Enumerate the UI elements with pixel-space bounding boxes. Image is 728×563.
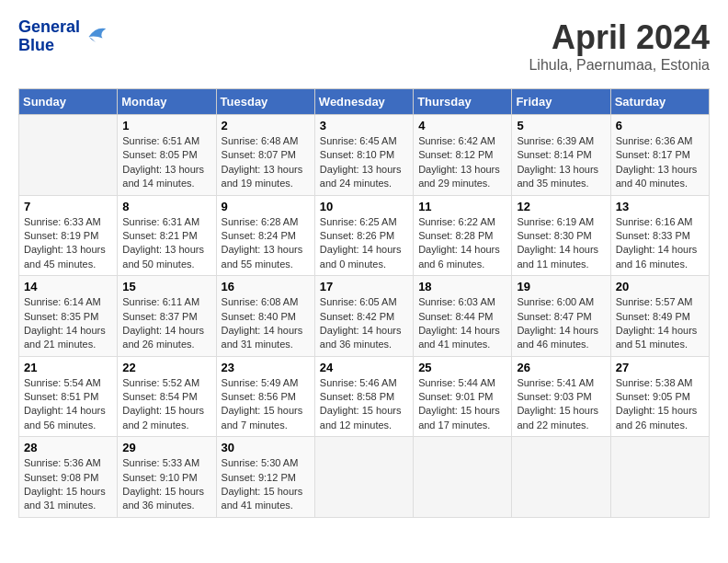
day-info: Sunrise: 6:33 AMSunset: 8:19 PMDaylight:… — [24, 215, 112, 272]
day-number: 10 — [320, 200, 408, 213]
day-number: 16 — [222, 280, 310, 293]
calendar-week-row: 1Sunrise: 6:51 AMSunset: 8:05 PMDaylight… — [19, 115, 710, 196]
day-number: 18 — [418, 280, 506, 293]
day-info: Sunrise: 6:31 AMSunset: 8:21 PMDaylight:… — [122, 215, 210, 272]
day-info: Sunrise: 5:49 AMSunset: 8:56 PMDaylight:… — [222, 376, 310, 433]
calendar-cell: 29Sunrise: 5:33 AMSunset: 9:10 PMDayligh… — [118, 437, 216, 518]
day-info: Sunrise: 6:16 AMSunset: 8:33 PMDaylight:… — [616, 215, 704, 272]
calendar-cell: 30Sunrise: 5:30 AMSunset: 9:12 PMDayligh… — [216, 437, 314, 518]
calendar-header-row: SundayMondayTuesdayWednesdayThursdayFrid… — [19, 89, 710, 115]
calendar-cell: 7Sunrise: 6:33 AMSunset: 8:19 PMDaylight… — [19, 195, 118, 276]
calendar-day-header: Wednesday — [314, 89, 413, 115]
day-info: Sunrise: 6:48 AMSunset: 8:07 PMDaylight:… — [222, 134, 310, 191]
calendar-cell: 24Sunrise: 5:46 AMSunset: 8:58 PMDayligh… — [314, 356, 413, 437]
day-info: Sunrise: 6:03 AMSunset: 8:44 PMDaylight:… — [418, 295, 506, 352]
day-number: 19 — [517, 280, 605, 293]
day-info: Sunrise: 6:28 AMSunset: 8:24 PMDaylight:… — [222, 215, 310, 272]
page-header: General Blue April 2024 Lihula, Paernuma… — [18, 18, 710, 74]
page-title: April 2024 — [529, 18, 710, 57]
calendar-week-row: 7Sunrise: 6:33 AMSunset: 8:19 PMDaylight… — [19, 195, 710, 276]
day-number: 15 — [122, 280, 210, 293]
day-number: 8 — [122, 200, 210, 213]
day-number: 30 — [222, 441, 310, 454]
calendar-cell: 26Sunrise: 5:41 AMSunset: 9:03 PMDayligh… — [512, 356, 610, 437]
calendar-cell: 1Sunrise: 6:51 AMSunset: 8:05 PMDaylight… — [118, 115, 216, 196]
calendar-day-header: Monday — [118, 89, 216, 115]
day-number: 24 — [320, 361, 408, 374]
day-number: 25 — [418, 361, 506, 374]
day-number: 9 — [222, 200, 310, 213]
calendar-week-row: 14Sunrise: 6:14 AMSunset: 8:35 PMDayligh… — [19, 276, 710, 357]
day-info: Sunrise: 5:46 AMSunset: 8:58 PMDaylight:… — [320, 376, 408, 433]
calendar-cell: 19Sunrise: 6:00 AMSunset: 8:47 PMDayligh… — [512, 276, 610, 357]
calendar-cell — [610, 437, 709, 518]
day-info: Sunrise: 6:36 AMSunset: 8:17 PMDaylight:… — [616, 134, 704, 191]
day-info: Sunrise: 6:39 AMSunset: 8:14 PMDaylight:… — [517, 134, 605, 191]
day-info: Sunrise: 6:00 AMSunset: 8:47 PMDaylight:… — [517, 295, 605, 352]
calendar-cell: 16Sunrise: 6:08 AMSunset: 8:40 PMDayligh… — [216, 276, 314, 357]
logo-text: General Blue — [18, 18, 80, 55]
day-number: 17 — [320, 280, 408, 293]
calendar-week-row: 21Sunrise: 5:54 AMSunset: 8:51 PMDayligh… — [19, 356, 710, 437]
day-info: Sunrise: 6:05 AMSunset: 8:42 PMDaylight:… — [320, 295, 408, 352]
calendar-cell: 12Sunrise: 6:19 AMSunset: 8:30 PMDayligh… — [512, 195, 610, 276]
calendar-cell — [414, 437, 512, 518]
calendar-day-header: Thursday — [414, 89, 512, 115]
day-info: Sunrise: 6:51 AMSunset: 8:05 PMDaylight:… — [122, 134, 210, 191]
calendar-cell: 28Sunrise: 5:36 AMSunset: 9:08 PMDayligh… — [19, 437, 118, 518]
day-info: Sunrise: 6:19 AMSunset: 8:30 PMDaylight:… — [517, 215, 605, 272]
day-info: Sunrise: 6:14 AMSunset: 8:35 PMDaylight:… — [24, 295, 112, 352]
day-number: 11 — [418, 200, 506, 213]
day-info: Sunrise: 5:57 AMSunset: 8:49 PMDaylight:… — [616, 295, 704, 352]
calendar-cell: 27Sunrise: 5:38 AMSunset: 9:05 PMDayligh… — [610, 356, 709, 437]
day-info: Sunrise: 5:38 AMSunset: 9:05 PMDaylight:… — [616, 376, 704, 433]
day-number: 20 — [616, 280, 704, 293]
calendar-cell: 25Sunrise: 5:44 AMSunset: 9:01 PMDayligh… — [414, 356, 512, 437]
title-section: April 2024 Lihula, Paernumaa, Estonia — [529, 18, 710, 74]
day-number: 4 — [418, 119, 506, 132]
calendar-cell: 11Sunrise: 6:22 AMSunset: 8:28 PMDayligh… — [414, 195, 512, 276]
day-info: Sunrise: 5:33 AMSunset: 9:10 PMDaylight:… — [122, 456, 210, 513]
day-number: 3 — [320, 119, 408, 132]
day-number: 26 — [517, 361, 605, 374]
day-number: 6 — [616, 119, 704, 132]
calendar-cell: 20Sunrise: 5:57 AMSunset: 8:49 PMDayligh… — [610, 276, 709, 357]
page-subtitle: Lihula, Paernumaa, Estonia — [529, 57, 710, 74]
day-info: Sunrise: 5:52 AMSunset: 8:54 PMDaylight:… — [122, 376, 210, 433]
day-number: 21 — [24, 361, 112, 374]
day-info: Sunrise: 5:54 AMSunset: 8:51 PMDaylight:… — [24, 376, 112, 433]
calendar-cell: 23Sunrise: 5:49 AMSunset: 8:56 PMDayligh… — [216, 356, 314, 437]
day-info: Sunrise: 6:42 AMSunset: 8:12 PMDaylight:… — [418, 134, 506, 191]
day-number: 22 — [122, 361, 210, 374]
calendar-cell: 15Sunrise: 6:11 AMSunset: 8:37 PMDayligh… — [118, 276, 216, 357]
calendar-day-header: Friday — [512, 89, 610, 115]
calendar-cell — [314, 437, 413, 518]
logo-blue: Blue — [18, 37, 80, 55]
day-number: 23 — [222, 361, 310, 374]
day-number: 14 — [24, 280, 112, 293]
calendar-cell: 8Sunrise: 6:31 AMSunset: 8:21 PMDaylight… — [118, 195, 216, 276]
calendar-cell: 18Sunrise: 6:03 AMSunset: 8:44 PMDayligh… — [414, 276, 512, 357]
day-info: Sunrise: 5:30 AMSunset: 9:12 PMDaylight:… — [222, 456, 310, 513]
day-info: Sunrise: 6:22 AMSunset: 8:28 PMDaylight:… — [418, 215, 506, 272]
calendar-cell: 22Sunrise: 5:52 AMSunset: 8:54 PMDayligh… — [118, 356, 216, 437]
day-number: 13 — [616, 200, 704, 213]
day-number: 1 — [122, 119, 210, 132]
day-number: 29 — [122, 441, 210, 454]
day-info: Sunrise: 6:45 AMSunset: 8:10 PMDaylight:… — [320, 134, 408, 191]
day-number: 27 — [616, 361, 704, 374]
calendar-cell: 3Sunrise: 6:45 AMSunset: 8:10 PMDaylight… — [314, 115, 413, 196]
day-number: 12 — [517, 200, 605, 213]
day-info: Sunrise: 6:11 AMSunset: 8:37 PMDaylight:… — [122, 295, 210, 352]
day-number: 2 — [222, 119, 310, 132]
calendar-day-header: Tuesday — [216, 89, 314, 115]
calendar-day-header: Sunday — [19, 89, 118, 115]
calendar-table: SundayMondayTuesdayWednesdayThursdayFrid… — [18, 88, 710, 518]
calendar-cell: 6Sunrise: 6:36 AMSunset: 8:17 PMDaylight… — [610, 115, 709, 196]
day-info: Sunrise: 6:08 AMSunset: 8:40 PMDaylight:… — [222, 295, 310, 352]
day-number: 7 — [24, 200, 112, 213]
calendar-cell — [512, 437, 610, 518]
calendar-cell: 21Sunrise: 5:54 AMSunset: 8:51 PMDayligh… — [19, 356, 118, 437]
calendar-cell: 17Sunrise: 6:05 AMSunset: 8:42 PMDayligh… — [314, 276, 413, 357]
calendar-cell: 13Sunrise: 6:16 AMSunset: 8:33 PMDayligh… — [610, 195, 709, 276]
